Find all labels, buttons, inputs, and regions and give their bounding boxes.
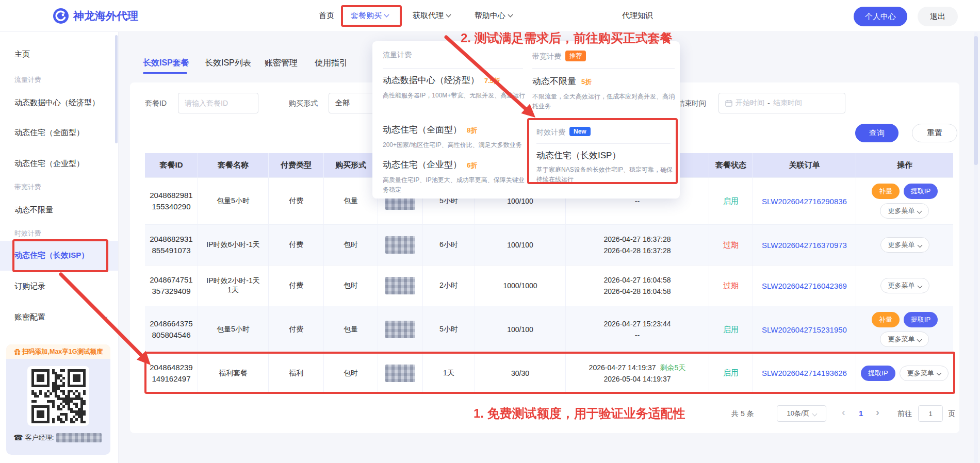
dropdown-item-residential-full[interactable]: 动态住宅（全面型）8折	[383, 124, 477, 136]
sidebar-item-home[interactable]: 主页	[14, 49, 30, 59]
filter-package-id-label: 套餐ID	[145, 99, 167, 108]
supplement-button[interactable]: 补量	[872, 312, 900, 327]
chevron-down-icon	[508, 12, 513, 18]
discount-badge: 7.5折	[484, 77, 500, 85]
search-button[interactable]: 查询	[855, 124, 899, 142]
chevron-down-icon	[917, 283, 922, 288]
tab-longisp-package[interactable]: 长效ISP套餐	[143, 58, 189, 69]
col-header-status: 套餐状态	[709, 153, 753, 178]
more-menu-button[interactable]: 更多菜单	[900, 366, 949, 381]
chevron-down-icon	[936, 371, 941, 376]
order-link[interactable]: SLW2026042716042369	[762, 282, 847, 290]
dropdown-item-residential-longisp[interactable]: 动态住宅（长效ISP）	[536, 150, 620, 161]
status-badge: 过期	[723, 281, 739, 291]
redacted-cell	[385, 236, 415, 254]
status-badge: 启用	[723, 196, 739, 206]
chevron-down-icon	[917, 208, 922, 213]
more-menu-button[interactable]: 更多菜单	[880, 237, 929, 253]
sidebar-item-residential-full[interactable]: 动态住宅（全面型）	[14, 128, 84, 138]
date-range-picker[interactable]: 开始时间 - 结束时间	[718, 93, 845, 113]
extract-ip-button[interactable]: 提取IP	[904, 312, 938, 327]
phone-icon: ☎	[13, 433, 23, 442]
dropdown-item-residential-enterprise[interactable]: 动态住宅（企业型）6折	[383, 159, 477, 171]
divider	[536, 143, 671, 144]
extract-ip-button[interactable]: 提取IP	[904, 184, 938, 199]
pagination-next[interactable]: ›	[876, 406, 879, 418]
sidebar: 主页 流量计费 动态数据中心（经济型） 动态住宅（全面型） 动态住宅（企业型） …	[0, 32, 119, 463]
order-link[interactable]: SLW2026042714193626	[762, 369, 847, 377]
qr-code	[27, 366, 89, 426]
dropdown-item-datacenter-economy[interactable]: 动态数据中心（经济型）7.5折	[383, 74, 500, 86]
logout-button[interactable]: 退出	[918, 7, 958, 26]
package-id-input[interactable]	[178, 93, 258, 113]
nav-get-proxy[interactable]: 获取代理	[413, 11, 450, 21]
col-header-actions: 操作	[856, 153, 953, 178]
nav-package-buy[interactable]: 套餐购买	[351, 11, 388, 21]
filter-purchase-type-label: 购买形式	[289, 99, 318, 108]
status-badge: 启用	[723, 325, 739, 335]
pagination-page-1[interactable]: 1	[859, 409, 863, 418]
tab-usage-guide[interactable]: 使用指引	[315, 58, 348, 69]
order-link[interactable]: SLW2026042716290836	[762, 197, 847, 206]
sidebar-item-account-config[interactable]: 账密配置	[14, 312, 45, 322]
dropdown-group-time: 时效计费New	[536, 127, 591, 137]
dropdown-item-unlimited[interactable]: 动态不限量5折	[532, 75, 592, 87]
filter-end-time-label: 结束时间	[677, 99, 706, 108]
pagination-goto-input[interactable]	[918, 405, 943, 422]
sidebar-group-traffic-billing: 流量计费	[14, 75, 41, 85]
gift-icon	[14, 349, 21, 355]
logo-icon	[53, 8, 69, 24]
sidebar-item-order-history[interactable]: 订购记录	[14, 282, 45, 291]
pagination-unit: 页	[948, 409, 955, 419]
tab-longisp-list[interactable]: 长效ISP列表	[205, 58, 251, 69]
chevron-down-icon	[384, 12, 389, 18]
more-menu-button[interactable]: 更多菜单	[880, 332, 929, 347]
table-row: 2048674751357329409 IP时效2小时-1天1天 付费 包时 2…	[145, 266, 953, 306]
col-header-pay-type: 付费类型	[269, 153, 324, 178]
redacted-contact-name	[56, 433, 102, 442]
package-buy-dropdown: 流量计费 动态数据中心（经济型）7.5折 高性能服务器IP，100M+带宽、无限…	[372, 41, 680, 199]
pagination-total: 共 5 条	[731, 409, 754, 419]
sidebar-item-unlimited[interactable]: 动态不限量	[14, 205, 53, 215]
dropdown-group-traffic: 流量计费	[383, 51, 412, 60]
nav-help-center[interactable]: 帮助中心	[475, 11, 512, 21]
more-menu-button[interactable]: 更多菜单	[880, 203, 929, 219]
date-end-placeholder: 结束时间	[773, 98, 802, 108]
redacted-cell	[385, 277, 415, 294]
col-header-package-name: 套餐名称	[198, 153, 269, 178]
tab-account-management[interactable]: 账密管理	[265, 58, 298, 69]
supplement-button[interactable]: 补量	[872, 184, 900, 199]
user-center-button[interactable]: 个人中心	[854, 7, 907, 26]
table-row: 2048648239149162497 福利套餐 福利 包时 1天 30/30 …	[145, 353, 953, 393]
package-name: IP时效2小时-1天1天	[198, 266, 269, 306]
annotation-step2: 2. 测试满足需求后，前往购买正式套餐	[461, 30, 673, 46]
col-header-purchase-form: 购买形式	[324, 153, 378, 178]
reset-button[interactable]: 重置	[912, 124, 957, 142]
package-name: 福利套餐	[198, 353, 269, 393]
sidebar-scrollbar[interactable]	[115, 35, 118, 143]
new-badge: New	[569, 127, 591, 136]
promo-contact: ☎ 客户经理:	[13, 433, 102, 442]
page-scrollbar-thumb[interactable]	[974, 36, 978, 165]
discount-badge: 8折	[467, 126, 477, 134]
sidebar-item-residential-enterprise[interactable]: 动态住宅（企业型）	[14, 159, 84, 169]
sidebar-item-residential-longisp[interactable]: 动态住宅（长效ISP）	[14, 251, 89, 260]
promo-banner: 扫码添加,Max享1G测试额度	[6, 344, 110, 359]
chevron-down-icon	[446, 12, 451, 18]
sidebar-group-time-billing: 时效计费	[14, 229, 41, 238]
pagination-prev[interactable]: ‹	[842, 406, 845, 418]
more-menu-button[interactable]: 更多菜单	[880, 278, 929, 293]
order-link[interactable]: SLW2026042715231950	[762, 325, 847, 334]
discount-badge: 5折	[581, 78, 592, 86]
extract-ip-button[interactable]: 提取IP	[861, 366, 895, 381]
nav-home[interactable]: 首页	[319, 11, 334, 21]
table-row: 2048682931855491073 IP时效6小时-1天 付费 包时 6小时…	[145, 225, 953, 266]
redacted-cell	[385, 365, 415, 382]
order-link[interactable]: SLW2026042716370973	[762, 241, 847, 250]
dropdown-group-bandwidth: 带宽计费推荐	[532, 51, 586, 61]
sidebar-item-datacenter-economy[interactable]: 动态数据中心（经济型）	[14, 98, 100, 108]
package-name: 包量5小时	[198, 178, 269, 225]
page-size-select[interactable]: 10条/页	[777, 405, 826, 422]
nav-proxy-knowledge[interactable]: 代理知识	[622, 11, 653, 21]
recommended-badge: 推荐	[565, 51, 586, 61]
